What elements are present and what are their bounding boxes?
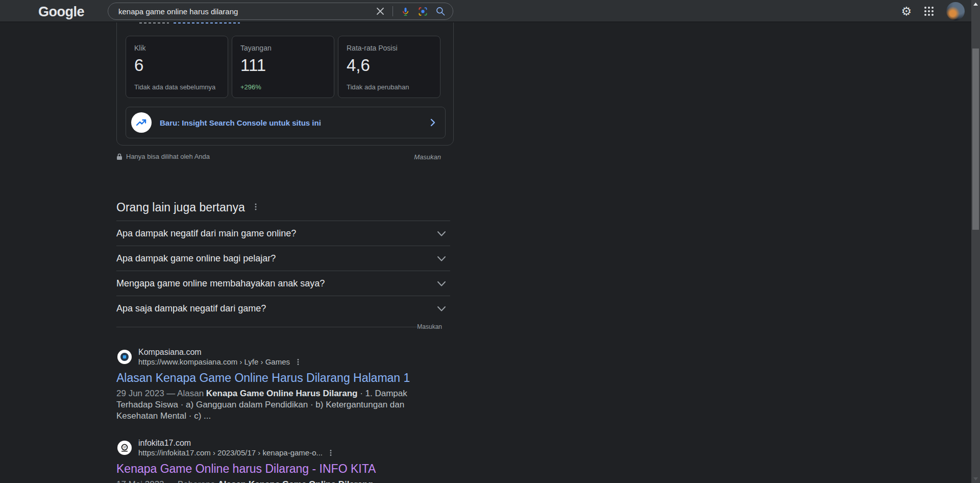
trending-up-icon <box>131 112 152 133</box>
stat-note: Tidak ada perubahan <box>347 83 409 91</box>
lens-icon[interactable] <box>418 7 428 16</box>
paa-question-row[interactable]: Apa dampak negatif dari main game online… <box>116 221 450 246</box>
result-site-name[interactable]: Kompasiana.com <box>138 347 301 357</box>
result-breadcrumb[interactable]: https://infokita17.com › 2023/05/17 › ke… <box>138 448 323 457</box>
snippet-prefix: — Alasan <box>164 389 206 398</box>
svg-text:17: 17 <box>123 446 126 449</box>
privacy-row: Hanya bisa dilihat oleh Anda Masukan <box>116 153 454 162</box>
result-breadcrumb[interactable]: https://www.kompasiana.com › Lyfe › Game… <box>138 357 290 366</box>
feedback-link[interactable]: Masukan <box>417 323 442 330</box>
snippet-prefix: — Beberapa <box>164 479 218 483</box>
paa-question-label: Mengapa game online membahayakan anak sa… <box>116 278 325 289</box>
result-title-link[interactable]: Kenapa Game Online harus Dilarang - INFO… <box>116 461 376 476</box>
stat-note: Tidak ada data sebelumnya <box>134 83 215 91</box>
result-title-link[interactable]: Alasan Kenapa Game Online Harus Dilarang… <box>116 370 410 385</box>
paa-question-row[interactable]: Apa dampak game online bagi pelajar? <box>116 246 450 271</box>
stat-card-avg-position: Rata-rata Posisi 4,6 Tidak ada perubahan <box>338 36 440 98</box>
settings-gear-icon[interactable]: ⚙ <box>901 6 912 17</box>
stat-value: 4,6 <box>347 56 432 75</box>
paa-question-label: Apa dampak negatif dari main game online… <box>116 228 296 239</box>
search-bar-divider <box>393 6 393 16</box>
paa-question-row[interactable]: Mengapa game online membahayakan anak sa… <box>116 271 450 296</box>
stat-note: +296% <box>240 83 261 91</box>
apps-grid-icon[interactable] <box>924 6 934 16</box>
chevron-down-icon[interactable] <box>437 255 446 264</box>
mic-icon[interactable] <box>401 7 410 16</box>
snippet-bold: Kenapa Game Online Harus Dilarang <box>206 389 358 398</box>
header-bar: Google kenapa game online harus dilarang <box>0 0 980 22</box>
people-also-ask-title: Orang lain juga bertanya <box>116 201 450 214</box>
result-date: 17 Mei 2023 <box>116 479 164 483</box>
search-result: 17 infokita17.com https://infokita17.com… <box>116 438 453 483</box>
result-snippet: 17 Mei 2023 — Beberapa Alasan Kenapa Gam… <box>116 479 420 483</box>
people-also-ask-list: Apa dampak negatif dari main game online… <box>116 221 450 321</box>
insight-banner[interactable]: Baru: Insight Search Console untuk situs… <box>126 107 446 138</box>
google-logo[interactable]: Google <box>38 4 84 20</box>
result-site-name[interactable]: infokita17.com <box>138 438 334 448</box>
infokita17-favicon: 17 <box>117 441 132 455</box>
paa-question-label: Apa dampak game online bagi pelajar? <box>116 253 276 264</box>
scrollbar-down-arrow-icon[interactable] <box>973 476 978 481</box>
stat-value: 6 <box>134 56 219 75</box>
scrollbar-thumb[interactable] <box>972 49 979 230</box>
paa-question-label: Apa saja dampak negatif dari game? <box>116 303 266 314</box>
header-right-controls: ⚙ <box>901 0 965 22</box>
result-header[interactable]: 17 infokita17.com https://infokita17.com… <box>116 438 453 457</box>
stat-label: Tayangan <box>240 44 326 52</box>
scrollbar[interactable] <box>971 0 980 483</box>
profile-avatar[interactable] <box>946 2 965 20</box>
search-result: Kompasiana.com https://www.kompasiana.co… <box>116 347 453 422</box>
search-icon[interactable] <box>435 6 446 16</box>
search-console-widget: Klik 6 Tidak ada data sebelumnya Tayanga… <box>116 13 454 146</box>
lock-icon <box>116 153 122 160</box>
chevron-right-icon <box>429 118 437 127</box>
result-header[interactable]: Kompasiana.com https://www.kompasiana.co… <box>116 347 453 366</box>
stat-label: Rata-rata Posisi <box>347 44 432 52</box>
more-options-icon[interactable] <box>328 449 334 456</box>
more-options-icon[interactable] <box>252 203 259 211</box>
stat-value: 111 <box>240 56 326 75</box>
insight-banner-label: Baru: Insight Search Console untuk situs… <box>160 118 429 127</box>
paa-footer: Masukan <box>116 321 450 334</box>
result-snippet: 29 Jun 2023 — Alasan Kenapa Game Online … <box>116 388 423 422</box>
stat-card-clicks: Klik 6 Tidak ada data sebelumnya <box>126 36 228 98</box>
paa-question-row[interactable]: Apa saja dampak negatif dari game? <box>116 296 450 321</box>
search-bar-icons <box>376 6 446 16</box>
chevron-down-icon[interactable] <box>437 305 446 314</box>
scrollbar-up-arrow-icon[interactable] <box>973 2 978 7</box>
chevron-down-icon[interactable] <box>437 280 446 289</box>
people-also-ask-section: Orang lain juga bertanya Apa dampak nega… <box>116 201 450 334</box>
stat-label: Klik <box>134 44 219 52</box>
privacy-note-label: Hanya bisa dilihat oleh Anda <box>126 153 210 160</box>
privacy-note: Hanya bisa dilihat oleh Anda <box>116 153 454 160</box>
snippet-bold: Alasan Kenapa Game Online Dilarang <box>217 479 373 483</box>
search-input[interactable]: kenapa game online harus dilarang <box>118 7 376 16</box>
kompasiana-favicon <box>117 350 132 364</box>
feedback-link[interactable]: Masukan <box>414 153 441 161</box>
chevron-down-icon[interactable] <box>437 230 446 239</box>
divider <box>116 327 419 327</box>
search-bar[interactable]: kenapa game online harus dilarang <box>108 3 453 20</box>
search-results: Kompasiana.com https://www.kompasiana.co… <box>116 347 453 483</box>
result-date: 29 Jun 2023 <box>116 389 164 398</box>
clear-icon[interactable] <box>376 7 385 16</box>
search-console-cards: Klik 6 Tidak ada data sebelumnya Tayanga… <box>126 36 440 98</box>
stat-card-impressions: Tayangan 111 +296% <box>232 36 334 98</box>
more-options-icon[interactable] <box>295 358 301 366</box>
